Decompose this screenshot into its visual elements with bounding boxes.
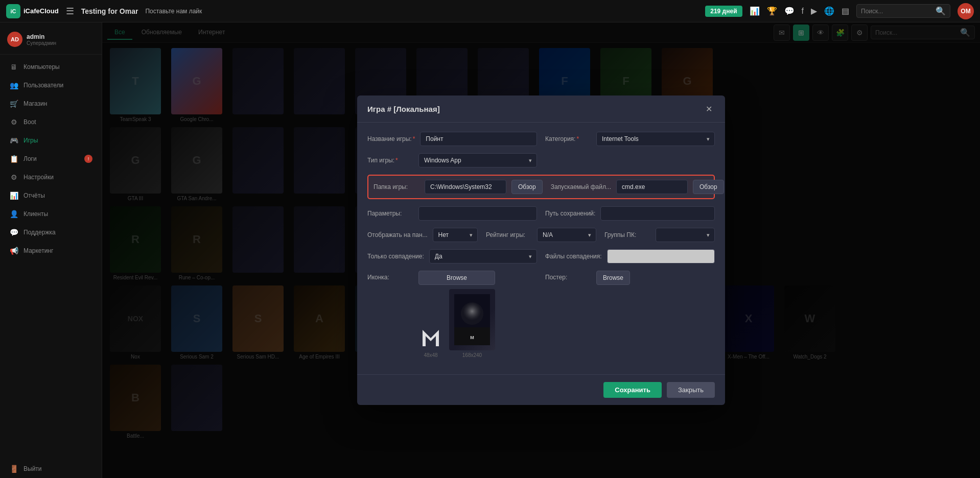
games-icon: 🎮 [9,136,18,145]
poster-browse-button[interactable]: Browse [596,271,630,285]
params-input[interactable] [418,206,537,221]
form-row-name-category: Название игры:* Категория:* Internet Too… [367,132,715,146]
form-group-name: Название игры:* [367,132,537,146]
pc-groups-select-wrapper[interactable] [656,228,715,242]
computers-icon: 🖥 [9,63,18,71]
logo[interactable]: iC iCafeCloud [6,4,59,18]
close-dialog-button[interactable]: Закрыть [667,382,715,398]
sidebar-item-store[interactable]: 🛒 Магазин [2,95,100,112]
sidebar-label-boot: Boot [24,118,36,126]
days-badge: 219 дней [705,6,742,17]
rating-label: Рейтинг игры: [486,231,532,238]
sidebar-item-support[interactable]: 💬 Поддержка [2,224,100,241]
icon-size-168-label: 168x240 [462,352,482,358]
topbar-search-input[interactable] [861,8,932,15]
sidebar-item-logout[interactable]: 🚪 Выйти [2,460,100,477]
youtube-icon[interactable]: ▶ [811,6,817,16]
match-files-input[interactable] [607,249,715,264]
sidebar-item-settings[interactable]: ⚙ Настройки [2,169,100,186]
save-button[interactable]: Сохранить [603,382,662,398]
form-group-pc-groups: Группы ПК: [604,228,715,242]
pc-groups-label: Группы ПК: [604,231,650,238]
dialog-close-button[interactable]: ✕ [703,103,715,115]
svg-marker-0 [423,330,439,346]
sidebar-item-marketing[interactable]: 📢 Маркетинг [2,242,100,259]
form-group-poster: Постер: Browse [545,271,715,285]
stats-icon[interactable]: 📊 [750,6,760,16]
m-icon-svg [421,328,441,348]
poster-preview-svg: M [454,294,490,345]
rating-select-wrapper[interactable]: N/A E T M [537,228,596,242]
form-row-icon-poster: Иконка: Browse [367,271,715,358]
save-path-label: Путь сохранений: [545,210,595,217]
icon-size-48-label: 48x48 [424,352,437,358]
sidebar-label-users: Пользователи [24,82,63,89]
pc-groups-select[interactable] [656,228,715,242]
menu-icon[interactable]: ▤ [842,6,849,16]
folder-browse-button[interactable]: Обзор [511,180,543,194]
match-files-label: Файлы совпадения: [545,253,602,260]
sidebar-item-games[interactable]: 🎮 Игры [2,132,100,149]
sidebar-item-users[interactable]: 👥 Пользователи [2,77,100,94]
sidebar-item-reports[interactable]: 📊 Отчёты [2,187,100,204]
sidebar: AD admin Суперадмин 🖥 Компьютеры 👥 Польз… [0,22,102,478]
chat-icon[interactable]: 💬 [784,6,795,16]
game-name-input[interactable] [420,132,537,146]
form-group-match-files: Файлы совпадения: [545,249,715,264]
category-label: Категория:* [545,135,591,142]
logs-icon: 📋 [9,155,18,163]
hamburger-icon[interactable]: ☰ [66,6,74,17]
svg-text:M: M [470,335,474,340]
form-row-params-savepath: Параметры: Путь сохранений: [367,206,715,221]
logs-badge: ! [84,155,92,163]
exact-match-select[interactable]: Да Нет [429,249,537,264]
game-type-select-wrapper[interactable]: Windows App Steam Origin [418,153,537,168]
save-path-input[interactable] [600,206,715,221]
globe-icon[interactable]: 🌐 [824,6,834,16]
poster-label: Постер: [545,274,591,281]
form-row-folder-launch: Папка игры: Обзор Запускаемый файл... Об… [374,180,709,194]
dialog-title: Игра # [Локальная] [367,105,440,113]
sidebar-user: AD admin Суперадмин [0,28,102,55]
icon-preview-box-168: M [449,289,495,350]
game-type-label: Тип игры:* [367,157,413,164]
category-select-wrapper[interactable]: Internet Tools Action RPG Strategy [596,132,715,146]
form-group-params: Параметры: [367,206,537,221]
launch-browse-button[interactable]: Обзор [693,180,724,194]
logo-text: iCafeCloud [24,7,59,15]
icon-browse-button[interactable]: Browse [418,271,495,285]
display-select-wrapper[interactable]: Нет Да [433,228,478,242]
rating-select[interactable]: N/A E T M [537,228,596,242]
trophy-icon[interactable]: 🏆 [767,6,777,16]
exact-match-label: Только совпадение: [367,253,424,260]
sidebar-label-logout: Выйти [24,465,42,472]
user-avatar[interactable]: OM [958,3,974,19]
form-group-icon: Иконка: Browse [367,271,537,358]
sidebar-item-clients[interactable]: 👤 Клиенты [2,205,100,223]
reports-icon: 📊 [9,192,18,200]
clients-icon: 👤 [9,210,18,218]
exact-match-select-wrapper[interactable]: Да Нет [429,249,537,264]
topbar-icons: 📊 🏆 💬 f ▶ 🌐 ▤ 🔍 [750,4,950,18]
launch-input[interactable] [616,180,688,194]
sidebar-item-logs[interactable]: 📋 Логи ! [2,150,100,168]
topbar-search[interactable]: 🔍 [856,4,950,18]
display-select[interactable]: Нет Да [433,228,478,242]
game-name-label: Название игры:* [367,135,415,142]
dialog-body: Название игры:* Категория:* Internet Too… [357,123,725,374]
dialog-footer: Сохранить Закрыть [357,374,725,405]
game-type-select[interactable]: Windows App Steam Origin [418,153,537,168]
facebook-icon[interactable]: f [802,7,804,16]
sidebar-role: Суперадмин [27,40,56,46]
form-row-match: Только совпадение: Да Нет Файлы совпаден… [367,249,715,264]
form-group-exact-match: Только совпадение: Да Нет [367,249,537,264]
sidebar-item-boot[interactable]: ⚙ Boot [2,113,100,131]
form-row-folder-launch-highlight: Папка игры: Обзор Запускаемый файл... Об… [367,175,715,199]
logout-icon: 🚪 [9,465,18,473]
category-select[interactable]: Internet Tools Action RPG Strategy [596,132,715,146]
sidebar-item-computers[interactable]: 🖥 Компьютеры [2,58,100,76]
search-icon: 🔍 [936,6,946,16]
folder-input[interactable] [425,180,506,194]
support-icon: 💬 [9,228,18,236]
sidebar-label-logs: Логи [24,155,37,162]
